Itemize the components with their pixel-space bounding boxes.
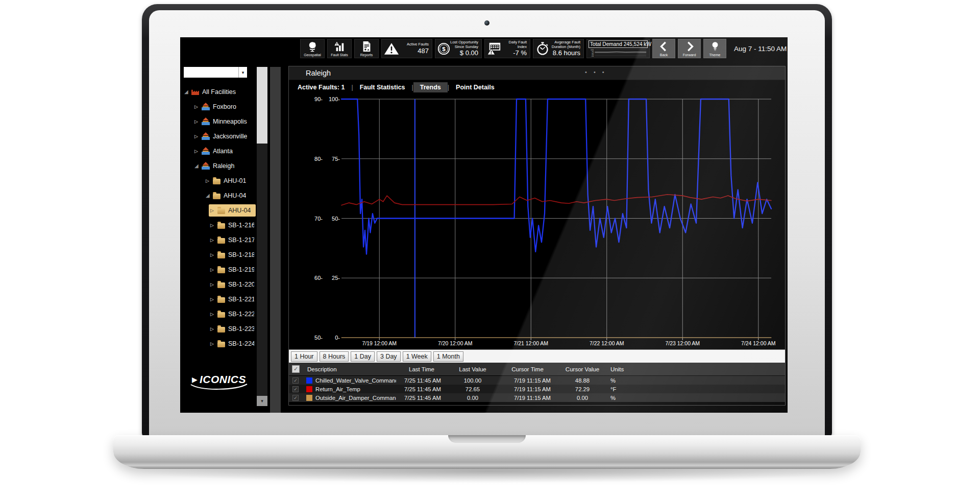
expander-icon[interactable]: ▷ (210, 208, 217, 213)
laptop-bezel: Geospatial Fault Stats (149, 10, 825, 437)
expander-icon[interactable]: ▷ (210, 238, 217, 243)
theme-button[interactable]: Theme (703, 39, 726, 58)
lightbulb-icon (710, 41, 720, 52)
range-8-hours-button[interactable]: 8 Hours (320, 351, 349, 362)
tree-item-sb-1-223[interactable]: ▷ SB-1-223 (180, 321, 256, 336)
svg-text:7/24 12:00 AM: 7/24 12:00 AM (741, 340, 776, 346)
facility-title-bar: Raleigh • • • (289, 66, 785, 80)
tree-item-sb-1-220[interactable]: ▷ SB-1-220 (180, 277, 256, 292)
geospatial-button[interactable]: Geospatial (300, 39, 325, 58)
avg-fault-duration-tile[interactable]: Avgerage Fault Duration (Month) 8.6 hour… (533, 39, 584, 58)
back-button[interactable]: Back (652, 39, 675, 58)
forward-button[interactable]: Forward (678, 39, 701, 58)
range-1-hour-button[interactable]: 1 Hour (291, 351, 317, 362)
column-header[interactable]: Units (608, 366, 785, 372)
tree-item-label: SB-1-222 (228, 311, 254, 318)
lost-opportunity-tile[interactable]: $ Lost Opportunity Since Sunday $ 0.00 (435, 39, 482, 58)
reports-button[interactable]: Reports (354, 39, 379, 58)
expander-icon[interactable]: ▷ (210, 312, 217, 317)
expander-icon[interactable]: ▷ (210, 326, 217, 331)
tab-point-details[interactable]: Point Details (449, 82, 501, 92)
row-checkbox[interactable]: ✓ (292, 386, 299, 392)
expander-icon[interactable]: ◢ (206, 193, 213, 198)
tree-item-sb-1-222[interactable]: ▷ SB-1-222 (180, 306, 256, 321)
tree-item-foxboro[interactable]: ▷ Foxboro (180, 99, 256, 114)
active-faults-tile[interactable]: Active Faults 487 (381, 39, 432, 58)
daily-fault-index-tile[interactable]: Daily Fault Index -7 % (484, 39, 530, 58)
tree-item-minneapolis[interactable]: ▷ Minneapolis (180, 114, 256, 129)
tree-item-atlanta[interactable]: ▷ Atlanta (180, 144, 256, 158)
column-header[interactable]: Cursor Value (557, 366, 608, 372)
table-row[interactable]: ✓ Outside_Air_Damper_Command 7/25 11:45 … (289, 393, 785, 402)
tree-item-raleigh[interactable]: ◢ Raleigh (180, 158, 256, 173)
folder-icon (213, 194, 220, 199)
tree-item-all-facilities[interactable]: ◢ All Facilities (180, 84, 256, 99)
demand-sparkline: 1107030-10 (589, 49, 648, 57)
tab-trends[interactable]: Trends (413, 82, 448, 92)
tree-item-ahu-01[interactable]: ▷ AHU-01 (180, 173, 256, 188)
tree-item-sb-1-216[interactable]: ▷ SB-1-216 (180, 218, 256, 232)
sidebar-scrollbar[interactable]: ▾ (257, 67, 267, 406)
select-all-checkbox[interactable]: ✓ (292, 365, 300, 373)
expander-icon[interactable]: ▷ (194, 104, 202, 109)
expander-icon[interactable]: ▷ (194, 119, 202, 124)
column-header[interactable]: Last Time (396, 366, 447, 372)
total-demand-tile[interactable]: Total Demand 245,524 kW 1107030-10 (586, 39, 650, 58)
tree-item-sb-1-218[interactable]: ▷ SB-1-218 (180, 247, 256, 262)
tree-item-label: SB-1-223 (228, 325, 254, 333)
range-1-month-button[interactable]: 1 Month (433, 351, 463, 362)
folder-icon (217, 282, 225, 288)
expander-icon[interactable]: ◢ (184, 89, 191, 94)
cell-cursor-time: 7/19 11:15 AM (498, 377, 557, 384)
expander-icon[interactable]: ▷ (210, 282, 217, 287)
expander-icon[interactable]: ◢ (194, 163, 202, 169)
expander-icon[interactable]: ▷ (210, 297, 217, 302)
expander-icon[interactable]: ▷ (210, 341, 217, 346)
tree-item-jacksonville[interactable]: ▷ Jacksonville (180, 129, 256, 144)
expander-icon[interactable]: ▷ (210, 267, 217, 272)
range-1-day-button[interactable]: 1 Day (351, 351, 375, 362)
column-header[interactable]: Last Value (447, 366, 498, 372)
stat-value: $ 0.00 (450, 50, 478, 57)
tab-fault-statistics[interactable]: Fault Statistics (353, 82, 412, 92)
column-header[interactable]: Cursor Time (498, 366, 557, 372)
tree-item-sb-1-221[interactable]: ▷ SB-1-221 (180, 292, 256, 306)
scrollbar-down-icon[interactable]: ▾ (257, 396, 267, 406)
laptop-notch (448, 435, 526, 443)
stat-label: Daily Fault (509, 40, 527, 44)
tree-item-ahu-04-selected[interactable]: ▷ AHU-04 (180, 203, 256, 218)
tree-item-sb-1-219[interactable]: ▷ SB-1-219 (180, 262, 256, 277)
expander-icon[interactable]: ▷ (210, 223, 217, 228)
fault-stats-button[interactable]: Fault Stats (327, 39, 352, 58)
tab-active-faults[interactable]: Active Faults: 1 (291, 82, 351, 92)
folder-icon (217, 253, 225, 258)
toolbar: Geospatial Fault Stats (300, 39, 787, 58)
range-1-week-button[interactable]: 1 Week (403, 351, 431, 362)
expander-icon[interactable]: ▷ (194, 149, 202, 154)
search-input[interactable] (184, 67, 238, 78)
expander-icon[interactable]: ▷ (210, 252, 217, 257)
cell-last-value: 0.00 (447, 395, 498, 401)
table-row[interactable]: ✓ Chilled_Water_Valve_Command 7/25 11:45… (289, 376, 785, 385)
tree-item-sb-1-217[interactable]: ▷ SB-1-217 (180, 232, 256, 247)
table-row[interactable]: ✓ Return_Air_Temp 7/25 11:45 AM 72.65 7/… (289, 385, 785, 393)
expander-icon[interactable]: ▷ (194, 134, 202, 139)
scrollbar-thumb[interactable] (257, 67, 267, 144)
trend-chart[interactable]: 90-100-80-75-70-50-60-25-50-0-7/19 12:00… (289, 94, 785, 349)
overflow-dots-icon[interactable]: • • • (585, 69, 607, 75)
expander-icon[interactable]: ▷ (206, 178, 213, 183)
dropdown-arrow-icon[interactable]: ▾ (238, 67, 247, 78)
globe-icon (307, 41, 317, 52)
check-icon: ✓ (293, 378, 298, 383)
tree-item-label: Raleigh (213, 162, 234, 170)
panel-splitter[interactable] (270, 67, 281, 413)
cell-last-value: 72.65 (447, 386, 498, 392)
cell-last-time: 7/25 11:45 AM (396, 395, 447, 401)
range-3-day-button[interactable]: 3 Day (377, 351, 401, 362)
stat-label: Avgerage Fault (552, 40, 580, 44)
row-checkbox[interactable]: ✓ (292, 377, 299, 384)
column-header[interactable]: Description (304, 366, 396, 372)
tree-item-ahu-04[interactable]: ◢ AHU-04 (180, 188, 256, 203)
row-checkbox[interactable]: ✓ (292, 395, 299, 401)
tree-item-sb-1-224[interactable]: ▷ SB-1-224 (180, 336, 256, 351)
